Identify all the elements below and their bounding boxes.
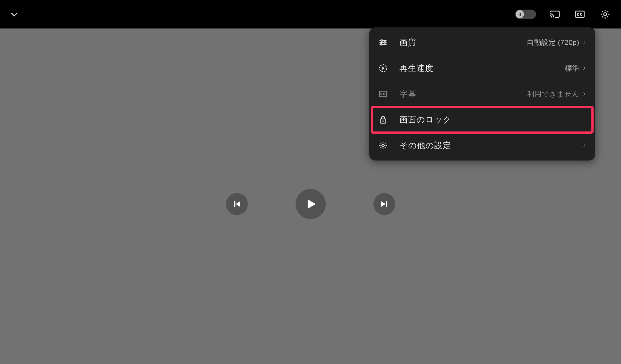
gear-icon bbox=[378, 141, 388, 150]
cc-icon bbox=[378, 89, 388, 99]
gear-icon bbox=[600, 9, 611, 20]
top-bar bbox=[0, 0, 621, 28]
menu-item-quality[interactable]: 画質 自動設定 (720p) bbox=[369, 30, 595, 55]
chevron-right-icon bbox=[582, 40, 586, 45]
autoplay-toggle[interactable] bbox=[515, 10, 536, 19]
svg-marker-20 bbox=[381, 201, 385, 207]
toggle-knob bbox=[516, 10, 524, 18]
previous-button[interactable] bbox=[226, 193, 248, 215]
svg-marker-18 bbox=[236, 201, 240, 207]
svg-point-16 bbox=[382, 144, 384, 147]
lock-icon bbox=[378, 115, 388, 124]
chevron-right-icon bbox=[582, 143, 586, 148]
menu-label: 字幕 bbox=[399, 88, 527, 100]
svg-point-2 bbox=[550, 17, 551, 18]
menu-item-speed[interactable]: 再生速度 標準 bbox=[369, 55, 595, 81]
pause-icon bbox=[518, 12, 522, 16]
play-icon bbox=[304, 197, 317, 211]
cc-icon bbox=[574, 9, 585, 20]
chevron-right-icon bbox=[582, 66, 586, 70]
cast-button[interactable] bbox=[548, 8, 561, 21]
menu-item-more-settings[interactable]: その他の設定 bbox=[369, 133, 595, 158]
menu-item-subtitles: 字幕 利用できません bbox=[369, 81, 595, 107]
svg-point-15 bbox=[382, 121, 384, 122]
settings-button[interactable] bbox=[599, 8, 612, 21]
svg-point-6 bbox=[381, 40, 383, 41]
menu-value: 利用できません bbox=[527, 89, 580, 99]
menu-value: 自動設定 (720p) bbox=[527, 38, 579, 47]
svg-rect-17 bbox=[234, 201, 235, 207]
svg-marker-12 bbox=[382, 67, 385, 70]
chevron-right-icon bbox=[582, 92, 586, 96]
sliders-icon bbox=[378, 38, 388, 47]
video-player-screen: 画質 自動設定 (720p) 再生速度 標準 bbox=[0, 0, 621, 364]
cast-icon bbox=[549, 9, 560, 20]
skip-previous-icon bbox=[232, 199, 242, 209]
skip-next-icon bbox=[380, 199, 389, 209]
collapse-button[interactable] bbox=[8, 8, 21, 21]
settings-popover: 画質 自動設定 (720p) 再生速度 標準 bbox=[369, 27, 595, 160]
chevron-down-icon bbox=[9, 9, 19, 19]
menu-label: 画面のロック bbox=[399, 114, 588, 125]
menu-label: 再生速度 bbox=[399, 63, 565, 74]
next-button[interactable] bbox=[373, 193, 395, 215]
play-button[interactable] bbox=[296, 189, 326, 219]
svg-marker-19 bbox=[308, 199, 316, 208]
speed-icon bbox=[378, 64, 388, 73]
playback-controls bbox=[226, 189, 395, 219]
menu-value: 標準 bbox=[565, 64, 579, 73]
svg-point-4 bbox=[604, 13, 607, 16]
svg-point-8 bbox=[384, 42, 386, 43]
svg-point-10 bbox=[380, 44, 382, 45]
menu-item-screen-lock[interactable]: 画面のロック bbox=[372, 107, 592, 133]
captions-button[interactable] bbox=[573, 8, 586, 21]
menu-label: 画質 bbox=[399, 37, 527, 48]
menu-label: その他の設定 bbox=[399, 140, 582, 151]
svg-rect-21 bbox=[386, 201, 387, 207]
